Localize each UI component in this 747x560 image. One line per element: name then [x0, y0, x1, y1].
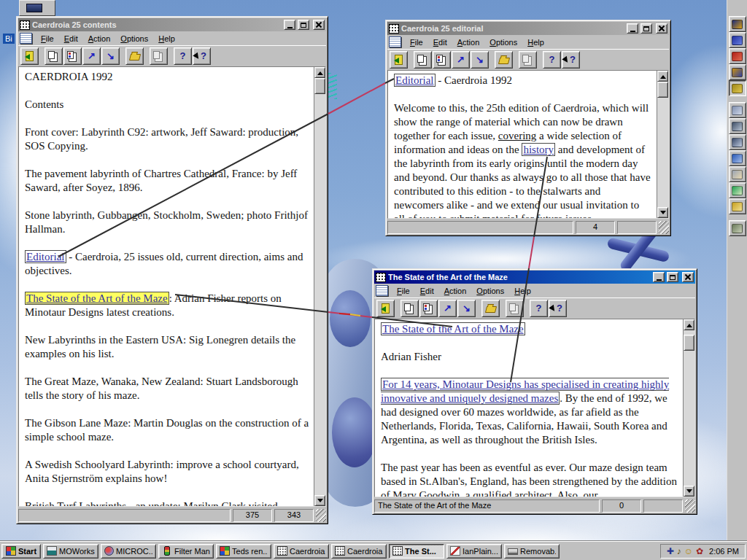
- menu-item-edit[interactable]: Edit: [428, 36, 452, 48]
- task-teds-ren[interactable]: Teds ren...: [216, 544, 271, 559]
- exit-door-icon[interactable]: [376, 300, 395, 317]
- show-links-icon[interactable]: ↘: [101, 47, 120, 65]
- disk-doc-icon[interactable]: [729, 182, 746, 198]
- hyperlink[interactable]: Editorial: [25, 250, 66, 263]
- card-doc-icon[interactable]: [729, 198, 746, 214]
- copy-icon[interactable]: [506, 300, 524, 317]
- scroll-up-button[interactable]: [657, 71, 668, 82]
- menu-item-options[interactable]: Options: [484, 36, 522, 48]
- scroll-down-button[interactable]: [684, 486, 694, 497]
- scroll-down-button[interactable]: [657, 207, 668, 218]
- document-text[interactable]: The State of the Art of the MazeAdrian F…: [375, 319, 683, 497]
- snake-tool-icon[interactable]: [729, 80, 746, 96]
- ribbon-tool-icon[interactable]: [729, 32, 746, 48]
- scroll-thumb[interactable]: [657, 82, 668, 98]
- volume-icon[interactable]: ♪: [677, 547, 681, 556]
- menu-item-action[interactable]: Action: [439, 285, 472, 297]
- menu-item-file[interactable]: File: [36, 33, 59, 44]
- menu-item-options[interactable]: Options: [471, 285, 509, 297]
- task-the-state-of-the-art[interactable]: The St...: [389, 544, 444, 559]
- menu-item-action[interactable]: Action: [83, 33, 116, 44]
- hyperlink[interactable]: Editorial: [394, 74, 436, 87]
- close-button[interactable]: [313, 20, 325, 30]
- antivirus-shield-icon[interactable]: ✚: [667, 547, 674, 556]
- resize-grip[interactable]: [685, 499, 695, 513]
- task-caerdroia-contents[interactable]: Caerdroia...: [274, 544, 329, 559]
- show-links-icon[interactable]: ↘: [457, 300, 476, 317]
- vertical-scrollbar[interactable]: [314, 67, 325, 506]
- task-ianplain[interactable]: IanPlain....: [446, 544, 502, 559]
- exit-door-icon[interactable]: [390, 51, 408, 69]
- send-document-icon[interactable]: [729, 102, 746, 118]
- follow-link-icon[interactable]: ↗: [452, 51, 470, 69]
- scroll-down-button[interactable]: [314, 495, 325, 506]
- virus-scanner-icon[interactable]: ✿: [696, 547, 703, 556]
- titlebar[interactable]: The State of the Art of the Maze: [374, 271, 695, 284]
- toolbox-tool-icon[interactable]: [729, 48, 746, 64]
- wallet-tool-icon[interactable]: [729, 220, 746, 236]
- desktop-icon-label[interactable]: Bi: [3, 34, 15, 44]
- task-moworks[interactable]: MOWorks: [43, 544, 98, 559]
- help-icon[interactable]: ?: [530, 300, 548, 317]
- open-folder-icon[interactable]: [125, 47, 144, 65]
- copy-icon[interactable]: [150, 47, 168, 65]
- minimize-button[interactable]: [653, 272, 665, 282]
- replace-document-icon[interactable]: [63, 47, 82, 65]
- close-button[interactable]: [682, 272, 694, 282]
- context-help-icon[interactable]: ?: [549, 300, 567, 317]
- scroll-thumb[interactable]: [684, 335, 694, 351]
- scroll-thumb[interactable]: [314, 78, 325, 94]
- scanner-tool-icon[interactable]: [729, 118, 746, 134]
- padlock-tool-icon[interactable]: [729, 64, 746, 80]
- minimize-button[interactable]: [627, 23, 638, 34]
- menu-item-file[interactable]: File: [392, 285, 415, 297]
- follow-link-icon[interactable]: ↗: [82, 47, 101, 65]
- context-help-icon[interactable]: ?: [193, 47, 211, 65]
- maximize-button[interactable]: [298, 20, 309, 30]
- titlebar[interactable]: Caerdroia 25 contents: [18, 18, 326, 31]
- scroll-up-button[interactable]: [684, 319, 694, 330]
- bug-tool-icon[interactable]: [729, 16, 746, 32]
- menu-item-help[interactable]: Help: [153, 33, 180, 44]
- minimize-button[interactable]: [284, 20, 295, 30]
- task-filter-manager[interactable]: Filter Man...: [158, 544, 214, 559]
- printer-tool-icon[interactable]: [729, 134, 746, 150]
- hyperlink[interactable]: The State of the Art of the Maze: [25, 292, 169, 305]
- help-icon[interactable]: ?: [543, 51, 561, 69]
- menu-item-action[interactable]: Action: [452, 36, 485, 48]
- monitor-tool-icon[interactable]: [729, 150, 746, 166]
- titlebar[interactable]: Caerdroia 25 editorial: [387, 22, 669, 35]
- maximize-button[interactable]: [640, 23, 652, 34]
- replace-document-icon[interactable]: [433, 51, 451, 69]
- start-button[interactable]: Start: [1, 544, 41, 559]
- system-document-icon[interactable]: [376, 285, 388, 296]
- open-folder-icon[interactable]: [481, 300, 500, 317]
- document-text[interactable]: CAERDROIA 1992ContentsFront cover: Labyr…: [19, 67, 314, 506]
- scroll-up-button[interactable]: [314, 67, 325, 78]
- help-icon[interactable]: ?: [174, 47, 192, 65]
- task-removable[interactable]: Removab...: [504, 544, 560, 559]
- task-microcosm[interactable]: MICROC...: [101, 544, 156, 559]
- copy-document-icon[interactable]: [44, 47, 63, 65]
- menu-item-options[interactable]: Options: [115, 33, 153, 44]
- menu-item-help[interactable]: Help: [522, 36, 549, 48]
- copy-document-icon[interactable]: [400, 300, 419, 317]
- system-document-icon[interactable]: [389, 36, 401, 47]
- hyperlink[interactable]: history: [522, 143, 555, 156]
- task-caerdroia-editorial[interactable]: Caerdroia...: [331, 544, 387, 559]
- replace-document-icon[interactable]: [419, 300, 438, 317]
- vertical-scrollbar[interactable]: [657, 71, 668, 218]
- show-links-icon[interactable]: ↘: [471, 51, 489, 69]
- menu-item-edit[interactable]: Edit: [59, 33, 83, 44]
- close-button[interactable]: [656, 23, 667, 34]
- follow-link-icon[interactable]: ↗: [438, 300, 457, 317]
- export-doc-icon[interactable]: [729, 166, 746, 182]
- menu-item-file[interactable]: File: [405, 36, 428, 48]
- resize-grip[interactable]: [659, 221, 669, 234]
- menu-item-edit[interactable]: Edit: [415, 285, 439, 297]
- context-help-icon[interactable]: ?: [562, 51, 580, 69]
- document-text[interactable]: Editorial - Caerdroia 1992Welcome to thi…: [388, 71, 657, 218]
- open-folder-icon[interactable]: [495, 51, 513, 69]
- exit-door-icon[interactable]: [20, 47, 39, 65]
- maximize-button[interactable]: [667, 272, 678, 282]
